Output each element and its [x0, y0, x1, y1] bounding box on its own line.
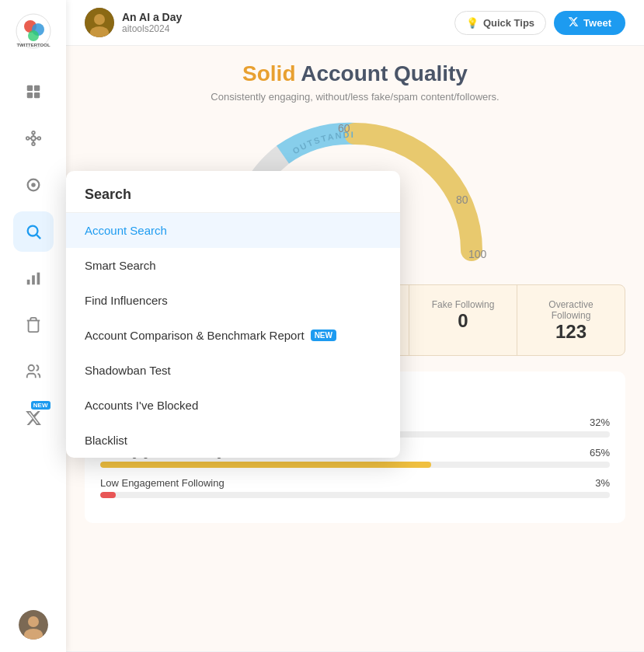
- svg-point-12: [32, 131, 35, 134]
- sidebar-item-delete[interactable]: [13, 305, 54, 345]
- sidebar: TWITTERTOOL NEW: [0, 0, 66, 652]
- svg-rect-7: [26, 92, 32, 98]
- dropdown-item-blacklist[interactable]: Blacklist: [66, 423, 400, 458]
- new-tag: NEW: [311, 329, 336, 341]
- bar-label-low: Low Engagement Following: [100, 477, 225, 489]
- svg-point-3: [28, 30, 39, 41]
- svg-line-21: [37, 235, 40, 239]
- bar-fill-low: [100, 492, 116, 498]
- bar-pct-low: 3%: [595, 477, 610, 489]
- svg-point-25: [28, 365, 33, 371]
- sidebar-item-search[interactable]: [13, 211, 54, 252]
- svg-rect-24: [37, 273, 40, 285]
- svg-point-20: [27, 226, 37, 236]
- header-avatar: [85, 8, 114, 37]
- sidebar-item-dashboard[interactable]: [13, 71, 54, 112]
- header-actions: 💡 Quick Tips Tweet: [454, 11, 625, 35]
- smart-search-label: Smart Search: [85, 259, 156, 272]
- svg-text:100: 100: [468, 248, 487, 260]
- new-badge: NEW: [31, 401, 50, 410]
- sidebar-item-analytics[interactable]: [13, 258, 54, 298]
- tweet-button[interactable]: Tweet: [554, 11, 625, 35]
- quick-tips-button[interactable]: 💡 Quick Tips: [454, 11, 546, 35]
- svg-rect-5: [26, 85, 32, 91]
- overactive-value: 123: [530, 321, 612, 343]
- sidebar-user-avatar[interactable]: [19, 610, 48, 640]
- sidebar-item-people[interactable]: [13, 351, 54, 392]
- account-search-label: Account Search: [85, 224, 167, 237]
- header-user: An AI a Day aitools2024: [85, 8, 182, 37]
- quality-solid: Solid: [242, 61, 295, 85]
- bar-pct-mid: 65%: [590, 447, 610, 458]
- user-name: An AI a Day: [122, 11, 182, 23]
- blocked-label: Accounts I've Blocked: [85, 399, 198, 412]
- dropdown-item-shadowban[interactable]: Shadowban Test: [66, 353, 400, 388]
- sidebar-item-network[interactable]: [13, 118, 54, 159]
- quality-title: Solid Account Quality: [85, 61, 625, 86]
- bar-track-low: [100, 492, 610, 498]
- fake-following-value: 0: [422, 310, 504, 332]
- dropdown-item-smart-search[interactable]: Smart Search: [66, 248, 400, 283]
- dropdown-item-blocked[interactable]: Accounts I've Blocked: [66, 388, 400, 423]
- svg-point-19: [31, 183, 36, 187]
- sidebar-item-circle[interactable]: [13, 165, 54, 205]
- svg-rect-6: [33, 85, 39, 91]
- bar-track-mid: [100, 462, 610, 468]
- svg-text:TWITTERTOOL: TWITTERTOOL: [16, 43, 50, 47]
- svg-point-30: [94, 14, 105, 25]
- user-handle: aitools2024: [122, 23, 182, 34]
- svg-rect-8: [33, 92, 39, 98]
- app-logo[interactable]: TWITTERTOOL: [15, 12, 52, 53]
- header-user-info: An AI a Day aitools2024: [122, 11, 182, 34]
- svg-point-11: [37, 137, 40, 140]
- overactive-label: Overactive Following: [530, 299, 612, 321]
- sidebar-item-twitter-x[interactable]: NEW: [13, 398, 54, 438]
- quick-tips-label: Quick Tips: [483, 17, 534, 29]
- quality-subtitle: Consistently engaging, without/less fake…: [85, 91, 625, 103]
- search-dropdown-header: Search: [66, 171, 400, 213]
- header-bar: An AI a Day aitools2024 💡 Quick Tips Twe…: [66, 0, 644, 46]
- account-comparison-label: Account Comparison & Benchmark Report: [85, 329, 305, 342]
- blacklist-label: Blacklist: [85, 434, 127, 447]
- bar-pct-high: 32%: [590, 417, 610, 428]
- find-influencers-label: Find Influencers: [85, 294, 168, 307]
- dropdown-item-account-search[interactable]: Account Search: [66, 213, 400, 248]
- svg-rect-23: [32, 275, 35, 284]
- svg-text:80: 80: [456, 194, 468, 206]
- svg-point-13: [32, 143, 35, 146]
- stat-cell-overactive: Overactive Following 123: [517, 285, 625, 355]
- svg-point-27: [28, 616, 39, 627]
- dropdown-item-account-comparison[interactable]: Account Comparison & Benchmark Report NE…: [66, 318, 400, 353]
- svg-point-10: [26, 137, 29, 140]
- twitter-icon-small: [568, 16, 579, 30]
- dropdown-item-find-influencers[interactable]: Find Influencers: [66, 283, 400, 318]
- svg-point-9: [31, 136, 36, 141]
- quick-tips-icon: 💡: [466, 17, 479, 29]
- bar-fill-mid: [100, 462, 431, 468]
- shadowban-label: Shadowban Test: [85, 364, 171, 377]
- quality-rest: Account Quality: [301, 61, 468, 85]
- bar-row-low: Low Engagement Following 3%: [100, 477, 610, 498]
- svg-rect-22: [26, 280, 30, 284]
- fake-following-label: Fake Following: [422, 299, 504, 310]
- tweet-label: Tweet: [583, 17, 611, 29]
- search-dropdown: Search Account Search Smart Search Find …: [66, 171, 400, 458]
- stat-cell-fake-following: Fake Following 0: [409, 285, 517, 355]
